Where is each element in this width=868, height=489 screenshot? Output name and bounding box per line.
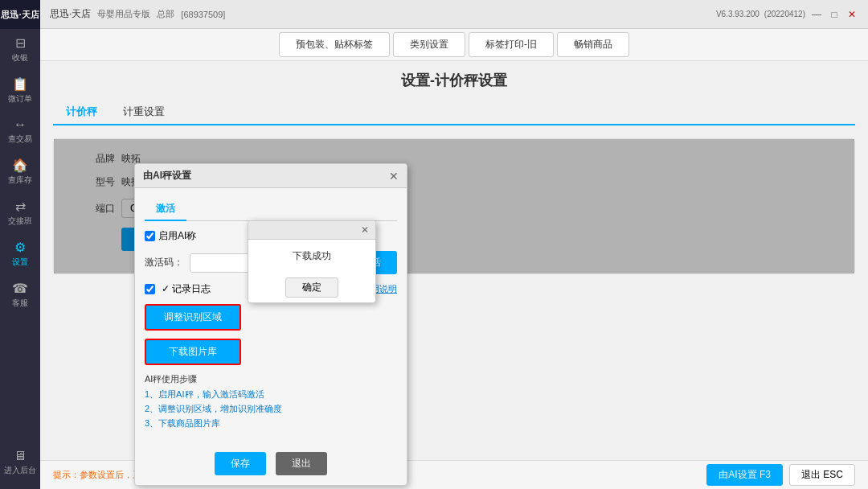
- sidebar-item-miniorder-label: 微订单: [8, 93, 32, 105]
- exit-button[interactable]: 退出 ESC: [789, 464, 855, 486]
- sidebar-item-cashier-label: 收银: [12, 52, 28, 64]
- topbar-user: 总部: [157, 8, 174, 20]
- dlg-message: 下载成功: [293, 250, 331, 261]
- dlg-footer: 确定: [248, 273, 375, 302]
- sidebar-item-inventory[interactable]: 🏠 查库存: [0, 151, 40, 192]
- step-3: 3、下载商品图片库: [145, 417, 397, 429]
- settings-panel: 品牌 映拓 型号 映拓计价秤 端口 COM4 COM1 COM2 COM3 保存: [53, 138, 855, 274]
- sidebar-item-settings-label: 设置: [12, 257, 28, 268]
- topbar: 思迅·天店 母婴用品专版 总部 [68937509] V6.3.93.200 (…: [40, 0, 868, 29]
- dlg-confirm-button[interactable]: 确定: [285, 277, 338, 298]
- nav-tab-prepack[interactable]: 预包装、贴杯标签: [279, 32, 390, 57]
- ai-modal-tabs: 激活: [145, 198, 397, 221]
- ai-modal-title: 由AI秤设置: [143, 169, 191, 183]
- sidebar-item-transactions-label: 查交易: [8, 134, 32, 145]
- miniorder-icon: 📋: [12, 76, 28, 92]
- topbar-left: 思迅·天店 母婴用品专版 总部 [68937509]: [50, 7, 225, 21]
- sidebar-item-backend-label: 进入后台: [4, 465, 36, 476]
- restore-button[interactable]: □: [828, 8, 841, 21]
- bottom-buttons: 由AI设置 F3 退出 ESC: [706, 464, 855, 486]
- sidebar-item-cashier[interactable]: ⊟ 收银: [0, 29, 40, 70]
- sub-tab-weight-settings[interactable]: 计重设置: [110, 100, 178, 125]
- nav-tab-bestseller[interactable]: 畅销商品: [557, 32, 629, 57]
- app-logo: 思迅·天店: [1, 9, 39, 21]
- page-title: 设置-计价秤设置: [53, 71, 855, 90]
- sidebar: 思迅·天店 ⊟ 收银 📋 微订单 ↔ 查交易 🏠 查库存 ⇄ 交接班 ⚙ 设置 …: [0, 0, 40, 489]
- download-success-dialog: ✕ 下载成功 确定: [248, 220, 376, 303]
- sidebar-item-shift[interactable]: ⇄ 交接班: [0, 192, 40, 233]
- dlg-body: 下载成功: [248, 240, 375, 273]
- record-log-label: ✓ 记录日志: [162, 282, 211, 296]
- steps-title: AI秤使用步骤: [145, 373, 397, 385]
- inventory-icon: 🏠: [12, 158, 28, 173]
- sidebar-item-inventory-label: 查库存: [8, 175, 32, 186]
- enable-ai-label: 启用AI称: [158, 229, 196, 243]
- sub-tabs: 计价秤 计重设置: [53, 100, 855, 125]
- minimize-button[interactable]: —: [810, 8, 823, 21]
- backend-icon: 🖥: [14, 449, 27, 463]
- record-log-checkbox[interactable]: [145, 284, 155, 294]
- step-2: 2、调整识别区域，增加识别准确度: [145, 403, 397, 415]
- page-content: 设置-计价秤设置 计价秤 计重设置 品牌 映拓 型号 映拓计价秤 端口 COM4…: [40, 61, 868, 460]
- sidebar-item-miniorder[interactable]: 📋 微订单: [0, 70, 40, 111]
- nav-tab-label-print[interactable]: 标签打印-旧: [469, 32, 554, 57]
- ai-modal-close-button[interactable]: ✕: [389, 170, 399, 183]
- ai-modal-footer: 保存 退出: [135, 446, 407, 485]
- activation-code-label: 激活码：: [145, 256, 183, 269]
- nav-tabs-row: 预包装、贴杯标签 类别设置 标签打印-旧 畅销商品: [40, 29, 868, 61]
- download-library-row: 下载图片库: [145, 339, 397, 365]
- sidebar-item-support[interactable]: ☎ 客服: [0, 274, 40, 315]
- topbar-app-name: 思迅·天店: [50, 7, 91, 21]
- step-1: 1、启用AI秤，输入激活码激活: [145, 388, 397, 401]
- transactions-icon: ↔: [14, 117, 27, 132]
- close-button[interactable]: ✕: [845, 8, 858, 21]
- main-area: 思迅·天店 母婴用品专版 总部 [68937509] V6.3.93.200 (…: [40, 0, 868, 489]
- sidebar-item-transactions[interactable]: ↔ 查交易: [0, 111, 40, 151]
- ai-modal-exit-button[interactable]: 退出: [276, 452, 327, 475]
- ai-modal-tab-activate[interactable]: 激活: [145, 198, 186, 221]
- ai-modal-header: 由AI秤设置 ✕: [135, 164, 407, 188]
- shift-icon: ⇄: [15, 199, 26, 214]
- dlg-header: ✕: [248, 221, 375, 240]
- nav-tab-category[interactable]: 类别设置: [393, 32, 465, 57]
- sub-tab-price-scale[interactable]: 计价秤: [53, 100, 110, 125]
- download-library-button[interactable]: 下载图片库: [145, 339, 241, 365]
- app-logo-area: 思迅·天店: [0, 0, 40, 29]
- ai-modal-overlay: 由AI秤设置 ✕ 激活 启用AI称 激活码：: [54, 139, 854, 273]
- ai-modal-save-button[interactable]: 保存: [215, 452, 266, 475]
- sidebar-item-settings[interactable]: ⚙ 设置: [0, 233, 40, 274]
- support-icon: ☎: [12, 281, 28, 296]
- adjust-region-row: 调整识别区域: [145, 304, 397, 331]
- ai-steps: AI秤使用步骤 1、启用AI秤，输入激活码激活 2、调整识别区域，增加识别准确度…: [145, 373, 397, 429]
- ai-settings-button[interactable]: 由AI设置 F3: [706, 464, 783, 486]
- topbar-build: (20220412): [764, 10, 805, 18]
- dlg-box: ✕ 下载成功 确定: [248, 220, 376, 303]
- topbar-right: V6.3.93.200 (20220412) — □ ✕: [716, 8, 858, 21]
- settings-icon: ⚙: [14, 240, 26, 255]
- sidebar-item-support-label: 客服: [12, 298, 28, 309]
- dlg-close-button[interactable]: ✕: [361, 224, 369, 236]
- topbar-version: V6.3.93.200: [716, 10, 760, 18]
- sidebar-item-backend[interactable]: 🖥 进入后台: [0, 442, 40, 483]
- sidebar-item-shift-label: 交接班: [8, 216, 32, 227]
- cashier-icon: ⊟: [15, 35, 26, 51]
- adjust-region-button[interactable]: 调整识别区域: [145, 304, 241, 331]
- topbar-subtitle: 母婴用品专版: [97, 8, 150, 20]
- topbar-shop: [68937509]: [181, 10, 225, 19]
- sidebar-bottom: 🖥 进入后台: [0, 442, 40, 489]
- ai-modal: 由AI秤设置 ✕ 激活 启用AI称 激活码：: [134, 163, 407, 486]
- enable-ai-checkbox[interactable]: [145, 231, 155, 241]
